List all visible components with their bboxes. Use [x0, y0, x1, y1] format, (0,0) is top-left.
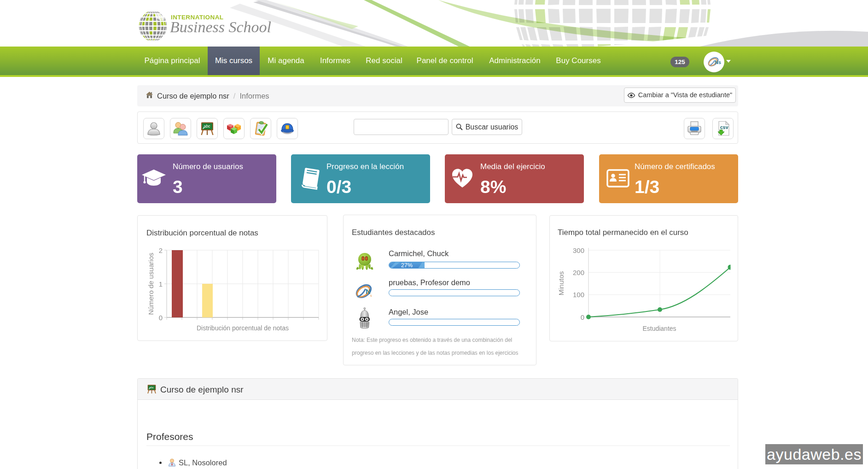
svg-text:0: 0 [159, 314, 163, 322]
svg-text:100: 100 [573, 291, 584, 299]
svg-text:abc: abc [204, 124, 210, 129]
svg-text:200: 200 [573, 269, 584, 276]
svg-text:Número de usuarios: Número de usuarios [147, 252, 155, 315]
svg-text:Distribución porcentual de not: Distribución porcentual de notas [197, 324, 289, 332]
svg-text:Ns: Ns [715, 59, 721, 65]
svg-text:Minutos: Minutos [557, 271, 565, 296]
svg-text:s: s [370, 294, 372, 297]
svg-text:1: 1 [159, 280, 163, 288]
svg-text:csv: csv [720, 124, 728, 130]
svg-text:300: 300 [573, 246, 584, 254]
svg-text:0: 0 [581, 313, 584, 321]
svg-text:2: 2 [159, 246, 163, 254]
svg-text:Estudiantes: Estudiantes [642, 325, 676, 332]
